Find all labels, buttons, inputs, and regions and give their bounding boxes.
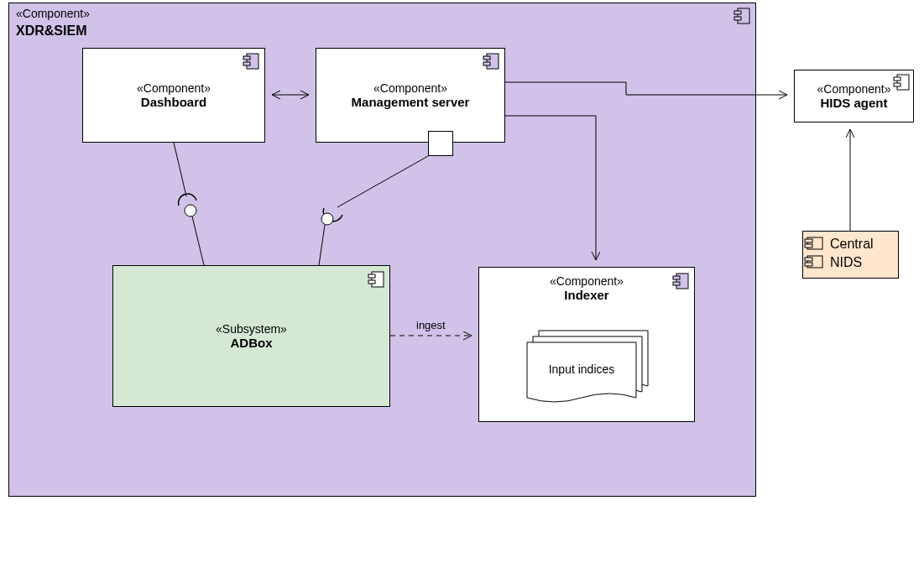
svg-point-28	[185, 205, 196, 216]
connector-mgmt-hids	[505, 82, 787, 95]
svg-point-31	[321, 213, 333, 225]
connector-dashboard-mgmt	[272, 91, 309, 99]
svg-line-32	[319, 225, 325, 265]
svg-line-27	[174, 143, 186, 196]
ingest-label: ingest	[416, 319, 446, 331]
svg-line-30	[337, 156, 428, 207]
interface-mgmt-adbox	[319, 156, 428, 265]
interface-dashboard-adbox	[174, 143, 204, 265]
svg-line-29	[192, 216, 204, 265]
connector-mgmt-indexer	[505, 116, 596, 260]
diagram-stage: «Component» XDR&SIEM «Component» Dashboa…	[0, 0, 924, 563]
